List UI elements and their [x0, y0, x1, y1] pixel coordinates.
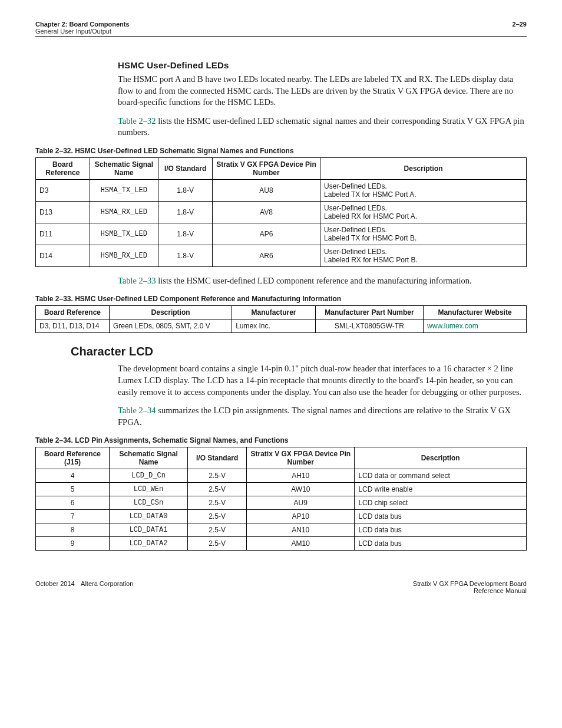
td: LCD_DATA1 — [109, 523, 187, 537]
td: 2.5-V — [188, 496, 247, 510]
td: 4 — [36, 469, 110, 483]
table-2-32: Board Reference Schematic Signal Name I/… — [35, 157, 527, 267]
td: D3, D11, D13, D14 — [36, 319, 110, 333]
page-header: Chapter 2: Board Components General User… — [35, 21, 527, 37]
para-hsmc-1: The HSMC port A and B have two LEDs loca… — [118, 74, 527, 108]
table-row: D14HSMB_RX_LED1.8-VAR6User-Defined LEDs.… — [36, 245, 527, 266]
table-2-34: Board Reference (J15) Schematic Signal N… — [35, 447, 527, 551]
td: 2.5-V — [188, 523, 247, 537]
heading-hsmc-leds: HSMC User-Defined LEDs — [118, 60, 527, 70]
td: LCD data bus — [355, 537, 527, 551]
xref-table-2-34[interactable]: Table 2–34 — [118, 406, 156, 415]
td: LCD chip select — [355, 496, 527, 510]
td: www.lumex.com — [424, 319, 527, 333]
td: AW10 — [247, 483, 355, 496]
td: AN10 — [247, 523, 355, 537]
td: 8 — [36, 523, 110, 537]
th: Description — [355, 447, 527, 469]
table-row: 9LCD_DATA22.5-VAM10LCD data bus — [36, 537, 527, 551]
td: 9 — [36, 537, 110, 551]
table-row: 4LCD_D_Cn2.5-VAH10LCD data or command se… — [36, 469, 527, 483]
caption-table-2-32: Table 2–32. HSMC User-Defined LED Schema… — [35, 147, 527, 155]
para-hsmc-2-text: lists the HSMC user-defined LED schemati… — [118, 116, 524, 137]
th: Manufacturer — [232, 306, 316, 319]
th: Manufacturer Part Number — [315, 306, 423, 319]
td: AR6 — [212, 245, 320, 266]
para-t33-text: lists the HSMC user-defined LED componen… — [156, 276, 472, 285]
td: HSMA_RX_LED — [90, 201, 158, 223]
td: LCD_WEn — [109, 483, 187, 496]
page-number: 2–29 — [513, 21, 527, 35]
chapter-title: Chapter 2: Board Components — [35, 21, 130, 28]
td: 1.8-V — [158, 179, 213, 201]
table-row: D11HSMB_TX_LED1.8-VAP6User-Defined LEDs.… — [36, 223, 527, 245]
th: Manufacturer Website — [424, 306, 527, 319]
footer-right: Stratix V GX FPGA Development Board Refe… — [413, 580, 527, 594]
td: LCD write enable — [355, 483, 527, 496]
para-t33-intro: Table 2–33 lists the HSMC user-defined L… — [118, 275, 527, 287]
th: Stratix V GX FPGA Device Pin Number — [247, 447, 355, 469]
xref-table-2-32[interactable]: Table 2–32 — [118, 116, 156, 126]
th: Board Reference — [36, 306, 110, 319]
td: 1.8-V — [158, 245, 213, 266]
td: LCD_DATA2 — [109, 537, 187, 551]
caption-table-2-34: Table 2–34. LCD Pin Assignments, Schemat… — [35, 436, 527, 444]
table-row: D3HSMA_TX_LED1.8-VAU8User-Defined LEDs.L… — [36, 179, 527, 201]
td: HSMA_TX_LED — [90, 179, 158, 201]
td: AP6 — [212, 223, 320, 245]
td: LCD_CSn — [109, 496, 187, 510]
td: 2.5-V — [188, 483, 247, 496]
th: Stratix V GX FPGA Device Pin Number — [212, 157, 320, 179]
td: LCD data or command select — [355, 469, 527, 483]
th: Board Reference (J15) — [36, 447, 110, 469]
td: AV8 — [212, 201, 320, 223]
page-footer: October 2014 Altera Corporation Stratix … — [35, 580, 527, 594]
table-row: 5LCD_WEn2.5-VAW10LCD write enable — [36, 483, 527, 496]
td: D3 — [36, 179, 90, 201]
td: AH10 — [247, 469, 355, 483]
link-lumex[interactable]: www.lumex.com — [427, 322, 478, 330]
para-hsmc-2: Table 2–32 lists the HSMC user-defined L… — [118, 116, 527, 139]
td: User-Defined LEDs.Labeled RX for HSMC Po… — [320, 201, 527, 223]
th: Board Reference — [36, 157, 90, 179]
td: 7 — [36, 510, 110, 523]
section-after-t32: Table 2–33 lists the HSMC user-defined L… — [118, 275, 527, 287]
td: Green LEDs, 0805, SMT, 2.0 V — [109, 319, 232, 333]
para-lcd-2: Table 2–34 summarizes the LCD pin assign… — [118, 405, 527, 428]
th: Schematic Signal Name — [90, 157, 158, 179]
td: 6 — [36, 496, 110, 510]
td: 1.8-V — [158, 201, 213, 223]
table-row: 8LCD_DATA12.5-VAN10LCD data bus — [36, 523, 527, 537]
td: LCD data bus — [355, 510, 527, 523]
td: D11 — [36, 223, 90, 245]
th: Description — [320, 157, 527, 179]
td: 2.5-V — [188, 469, 247, 483]
td: LCD_DATA0 — [109, 510, 187, 523]
td: 1.8-V — [158, 223, 213, 245]
td: AM10 — [247, 537, 355, 551]
para-lcd-1: The development board contains a single … — [118, 363, 527, 398]
table-row: D3, D11, D13, D14 Green LEDs, 0805, SMT,… — [36, 319, 527, 333]
td: 2.5-V — [188, 510, 247, 523]
td: SML-LXT0805GW-TR — [315, 319, 423, 333]
td: LCD_D_Cn — [109, 469, 187, 483]
table-row: D13HSMA_RX_LED1.8-VAV8User-Defined LEDs.… — [36, 201, 527, 223]
td: LCD data bus — [355, 523, 527, 537]
footer-left: October 2014 Altera Corporation — [35, 580, 133, 594]
td: AP10 — [247, 510, 355, 523]
footer-doc-sub: Reference Manual — [413, 587, 527, 594]
footer-doc-title: Stratix V GX FPGA Development Board — [413, 580, 527, 587]
table-row: 7LCD_DATA02.5-VAP10LCD data bus — [36, 510, 527, 523]
section-hsmc-leds: HSMC User-Defined LEDs The HSMC port A a… — [118, 60, 527, 139]
td: D14 — [36, 245, 90, 266]
xref-table-2-33[interactable]: Table 2–33 — [118, 276, 156, 285]
heading-character-lcd: Character LCD — [71, 345, 527, 358]
section-character-lcd: The development board contains a single … — [118, 363, 527, 428]
td: HSMB_TX_LED — [90, 223, 158, 245]
td: 2.5-V — [188, 537, 247, 551]
table-header-row: Board Reference Schematic Signal Name I/… — [36, 157, 527, 179]
table-2-33: Board Reference Description Manufacturer… — [35, 305, 527, 333]
header-left: Chapter 2: Board Components General User… — [35, 21, 130, 35]
td: User-Defined LEDs.Labeled RX for HSMC Po… — [320, 245, 527, 266]
th: I/O Standard — [188, 447, 247, 469]
